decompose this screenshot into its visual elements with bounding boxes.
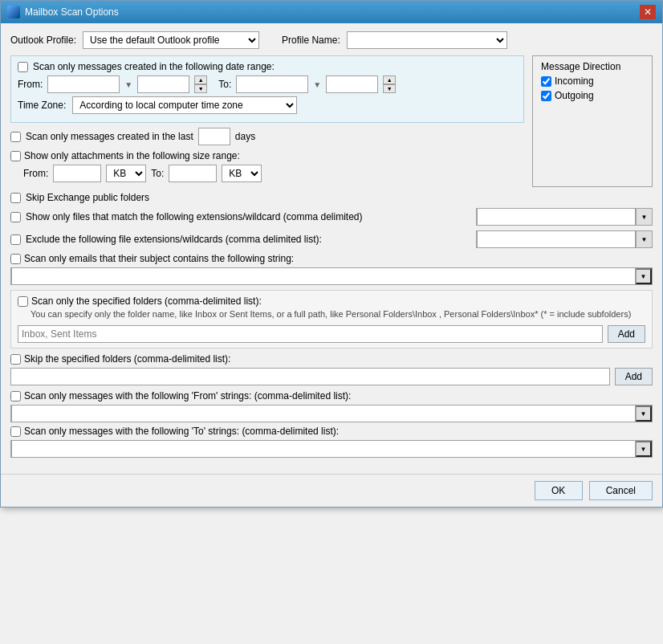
from-strings-section: Scan only messages with the following 'F… (10, 390, 653, 422)
skip-folders-section: Skip the specified folders (comma-delimi… (10, 353, 653, 385)
subject-filter-combobox: ▼ (10, 267, 653, 285)
outgoing-checkbox[interactable] (541, 91, 551, 101)
days-label: days (235, 131, 255, 142)
to-strings-section: Scan only messages with the following 'T… (10, 426, 653, 458)
from-time-input[interactable]: 0:00:00 (137, 75, 189, 93)
from-strings-dropdown-btn[interactable]: ▼ (636, 406, 652, 422)
skip-folders-input-row: Add (10, 368, 653, 385)
last-n-days-label[interactable]: Scan only messages created in the last (26, 131, 193, 142)
size-to-label: To: (151, 168, 164, 179)
profile-row: Outlook Profile: Use the default Outlook… (10, 31, 653, 49)
subject-filter-checkbox[interactable] (10, 254, 21, 264)
from-time-up[interactable]: ▲ (194, 75, 207, 84)
skip-exchange-label[interactable]: Skip Exchange public folders (26, 192, 149, 203)
titlebar-left: Mailbox Scan Options (7, 6, 119, 18)
to-time-up[interactable]: ▲ (383, 75, 396, 84)
from-strings-checkbox[interactable] (10, 391, 21, 401)
exclude-extensions-row: Exclude the following file extensions/wi… (10, 230, 653, 248)
from-date-input[interactable]: 2013-09-01 (47, 75, 120, 93)
days-input[interactable]: 5 (198, 128, 230, 145)
skip-folders-add-button[interactable]: Add (615, 368, 653, 385)
from-strings-combobox: ▼ (10, 405, 653, 422)
skip-exchange-checkbox[interactable] (10, 193, 21, 203)
attachment-checkbox[interactable] (10, 151, 21, 161)
skip-folders-label[interactable]: Skip the specified folders (comma-delimi… (24, 353, 230, 365)
folders-include-label[interactable]: Scan only the specified folders (comma-d… (31, 296, 262, 307)
size-from-input[interactable]: 0 (53, 165, 101, 182)
last-n-days-checkbox[interactable] (10, 132, 21, 142)
from-time-down[interactable]: ▼ (194, 84, 207, 93)
main-window: Mailbox Scan Options ✕ Outlook Profile: … (0, 0, 663, 507)
subject-filter-dropdown-btn[interactable]: ▼ (636, 268, 652, 284)
cancel-button[interactable]: Cancel (589, 481, 653, 500)
file-extensions-dropdown-btn[interactable]: ▼ (636, 209, 652, 225)
message-direction-title: Message Direction (541, 61, 644, 72)
from-strings-label[interactable]: Scan only messages with the following 'F… (24, 390, 351, 401)
from-time-spinner: ▲ ▼ (194, 75, 207, 93)
folders-input-row: Add (18, 325, 645, 343)
message-direction-box: Message Direction Incoming Outgoing (532, 55, 653, 187)
from-strings-input[interactable] (11, 405, 636, 422)
app-icon (7, 6, 20, 18)
to-strings-dropdown-btn[interactable]: ▼ (636, 441, 652, 457)
size-to-unit[interactable]: KB (222, 165, 262, 182)
to-time-down[interactable]: ▼ (383, 84, 396, 93)
folders-include-section: Scan only the specified folders (comma-d… (10, 290, 653, 348)
profile-select[interactable]: Use the default Outlook profile (83, 31, 259, 49)
size-range-row: From: 0 KB To: 1000 KB (10, 165, 524, 182)
titlebar: Mailbox Scan Options ✕ (1, 1, 662, 23)
middle-left: Scan only messages created in the follow… (10, 55, 524, 187)
content-area: Outlook Profile: Use the default Outlook… (1, 23, 662, 469)
middle-area: Scan only messages created in the follow… (10, 55, 653, 187)
to-strings-label[interactable]: Scan only messages with the following 'T… (24, 426, 339, 437)
to-date-label: To: (218, 79, 231, 90)
to-date-input[interactable]: 2013-10-01 (236, 75, 308, 93)
file-extensions-input[interactable]: doc, docx, txt (477, 208, 636, 226)
outgoing-label[interactable]: Outgoing (555, 90, 594, 101)
close-button[interactable]: ✕ (640, 5, 656, 19)
folders-include-add-button[interactable]: Add (608, 325, 645, 343)
profile-name-select[interactable] (347, 31, 507, 49)
attachment-label[interactable]: Show only attachments in the following s… (24, 150, 240, 161)
file-extensions-row: Show only files that match the following… (10, 208, 653, 226)
last-n-days-row: Scan only messages created in the last 5… (10, 128, 524, 145)
file-extensions-label[interactable]: Show only files that match the following… (26, 211, 471, 222)
subject-filter-input[interactable] (11, 267, 636, 285)
folders-include-input[interactable] (18, 325, 603, 343)
timezone-row: Time Zone: According to local computer t… (18, 96, 517, 114)
to-time-input[interactable]: 0:00:00 (326, 75, 378, 93)
exclude-extensions-input[interactable] (477, 230, 636, 248)
size-from-unit[interactable]: KB (106, 165, 146, 182)
exclude-extensions-combobox: ▼ (476, 230, 653, 248)
date-range-section: Scan only messages created in the follow… (10, 55, 524, 123)
exclude-extensions-checkbox[interactable] (10, 234, 21, 245)
to-strings-combobox: ▼ (10, 440, 653, 458)
incoming-label[interactable]: Incoming (555, 75, 594, 87)
exclude-extensions-dropdown-btn[interactable]: ▼ (636, 231, 652, 247)
subject-filter-section: Scan only emails that their subject cont… (10, 253, 653, 285)
timezone-select[interactable]: According to local computer time zone (72, 96, 297, 114)
window-title: Mailbox Scan Options (25, 6, 119, 18)
size-to-input[interactable]: 1000 (169, 165, 217, 182)
date-range-checkbox[interactable] (18, 62, 28, 72)
skip-folders-checkbox[interactable] (10, 354, 21, 365)
ok-button[interactable]: OK (535, 481, 583, 500)
skip-exchange-row: Skip Exchange public folders (10, 192, 653, 203)
exclude-extensions-label[interactable]: Exclude the following file extensions/wi… (26, 234, 471, 245)
profile-label: Outlook Profile: (10, 35, 76, 46)
date-range-label[interactable]: Scan only messages created in the follow… (33, 61, 275, 72)
date-range-checkbox-row: Scan only messages created in the follow… (18, 61, 517, 72)
attachment-row: Show only attachments in the following s… (10, 150, 524, 182)
subject-filter-label[interactable]: Scan only emails that their subject cont… (24, 253, 294, 264)
folders-include-checkbox[interactable] (18, 296, 28, 307)
incoming-checkbox[interactable] (541, 76, 551, 87)
to-strings-checkbox[interactable] (10, 426, 21, 437)
timezone-label: Time Zone: (18, 100, 66, 111)
size-from-label: From: (23, 168, 48, 179)
skip-folders-input[interactable] (10, 368, 610, 385)
to-strings-input[interactable] (11, 440, 636, 458)
profile-name-label: Profile Name: (282, 35, 340, 46)
date-inputs-row: From: 2013-09-01 ▼ 0:00:00 ▲ ▼ To: 2013-… (18, 75, 517, 93)
file-extensions-checkbox[interactable] (10, 212, 21, 222)
file-extensions-combobox: doc, docx, txt ▼ (476, 208, 653, 226)
